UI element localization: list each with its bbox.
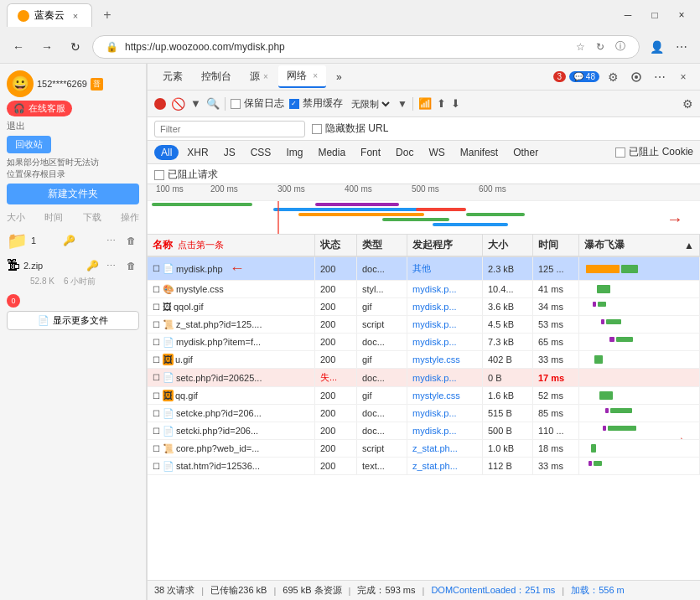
file-checkbox-4[interactable]: ☐ [153,338,160,347]
table-row-8[interactable]: ☐ 📄 setcke.php?id=206... 200 doc... mydi… [148,405,700,422]
tab-elements[interactable]: 元素 [154,66,191,87]
file-checkbox-3[interactable]: ☐ [153,320,160,329]
new-tab-button[interactable]: + [96,3,119,27]
file-checkbox-8[interactable]: ☐ [153,409,160,418]
table-row-11[interactable]: ☐ 📄 stat.htm?id=12536... 200 text... z_s… [148,458,700,475]
file-checkbox-10[interactable]: ☐ [153,444,160,453]
file-checkbox-7[interactable]: ☐ [153,391,160,401]
zip-delete-btn[interactable]: 🗑 [122,257,139,274]
network-settings-icon[interactable]: ⚙ [682,97,693,111]
network-table[interactable]: 名称 点击第一条 状态 类型 发起程序 大小 时间 瀑布飞瀑 ▲ [148,235,700,580]
filter-type-css[interactable]: CSS [244,145,278,160]
devtools-more-icon[interactable]: ⋯ [650,67,670,87]
th-type[interactable]: 类型 [357,235,407,256]
blocked-request-checkbox[interactable]: 已阻止请求 [154,168,218,182]
preserve-log-check[interactable] [231,99,241,109]
th-status[interactable]: 状态 [315,235,357,256]
file-checkbox-5[interactable]: ☐ [153,355,160,365]
minimize-button[interactable]: ─ [616,5,640,25]
tab-console[interactable]: 控制台 [193,66,240,87]
blocked-cookie-check[interactable] [615,147,625,158]
tab-more[interactable]: » [328,68,350,86]
table-row-5[interactable]: ☐ 🖼 u.gif 200 gif mystyle.css 402 B 33 m… [148,351,700,369]
hide-data-url-checkbox[interactable]: 隐藏数据 URL [312,122,388,136]
blocked-request-check[interactable] [154,170,164,180]
table-row-4[interactable]: ☐ 📄 mydisk.php?item=f... 200 doc... mydi… [148,334,700,351]
table-row-1[interactable]: ☐ 🎨 mystyle.css 200 styl... mydisk.p... … [148,281,700,298]
th-name[interactable]: 名称 点击第一条 [148,235,315,256]
table-row-0[interactable]: ☐ 📄 mydisk.php ← 200 doc... 其他 2.3 kB 12… [148,257,700,281]
recycle-bin-button[interactable]: 回收站 [7,136,51,153]
filter-type-doc[interactable]: Doc [389,145,420,160]
back-button[interactable]: ← [7,35,30,59]
filter-type-img[interactable]: Img [279,145,309,160]
browser-more-icon[interactable]: ⋯ [670,35,693,59]
file-checkbox-1[interactable]: ☐ [153,285,160,294]
folder-more-btn-1[interactable]: ⋯ [102,232,119,249]
file-checkbox-0[interactable]: ☐ [153,264,160,273]
download-icon[interactable]: ⬇ [451,97,460,110]
folder-item-1[interactable]: 📁 1 🔑 ⋯ 🗑 [7,227,139,254]
th-size[interactable]: 大小 [483,235,533,256]
maximize-button[interactable]: □ [643,5,666,25]
file-item-zip-row[interactable]: 🗜 2.zip 🔑 ⋯ 🗑 [7,257,139,274]
account-icon[interactable]: 👤 [645,35,668,59]
zip-more-btn[interactable]: ⋯ [102,257,119,274]
tab-network-close[interactable]: × [313,71,318,80]
online-service-button[interactable]: 🎧 在线客服 [7,101,72,116]
block-icon[interactable]: 🚫 [171,97,185,111]
upload-icon[interactable]: ⬆ [437,97,446,110]
forward-button[interactable]: → [35,35,59,59]
refresh-url-icon[interactable]: ↻ [592,39,609,55]
new-folder-button[interactable]: 新建文件夹 [7,184,139,204]
tab-network[interactable]: 网络 × [278,65,326,88]
filter-type-all[interactable]: All [154,145,179,160]
th-time[interactable]: 时间 [533,235,579,256]
tab-close-button[interactable]: × [70,10,81,22]
devtools-settings-icon[interactable]: ⚙ [603,67,623,87]
disable-cache-check[interactable]: ✓ [289,99,299,109]
record-button[interactable] [154,98,166,110]
filter-type-other[interactable]: Other [506,145,545,160]
filter-type-media[interactable]: Media [311,145,352,160]
file-checkbox-9[interactable]: ☐ [153,427,160,436]
url-bar[interactable]: 🔒 https://up.woozooo.com/mydisk.php ☆ ↻ … [92,35,640,59]
info-icon[interactable]: ⓘ [612,39,629,55]
table-row-7[interactable]: ☐ 🖼 qq.gif 200 gif mystyle.css 1.6 kB 52… [148,387,700,405]
file-checkbox-11[interactable]: ☐ [153,462,160,471]
file-checkbox-6[interactable]: ☐ [153,373,160,382]
preserve-log-checkbox[interactable]: 保留日志 [231,96,284,111]
filter-type-js[interactable]: JS [217,145,242,160]
table-row-6[interactable]: ☐ 📄 setc.php?id=20625... 失... doc... myd… [148,369,700,387]
filter-type-font[interactable]: Font [354,145,387,160]
star-icon[interactable]: ☆ [572,39,589,55]
hide-data-url-check[interactable] [312,124,322,134]
filter-input[interactable] [154,121,305,137]
close-button[interactable]: × [670,5,693,25]
table-row-9[interactable]: ☐ 📄 setcki.php?id=206... 200 doc... mydi… [148,422,700,440]
filter-type-xhr[interactable]: XHR [180,145,215,160]
reload-button[interactable]: ↻ [64,35,87,59]
show-more-files-button[interactable]: 📄 显示更多文件 [7,311,139,330]
table-row-3[interactable]: ☐ 📜 z_stat.php?id=125.... 200 script myd… [148,316,700,334]
th-initiator[interactable]: 发起程序 [407,235,483,256]
tab-sources-close[interactable]: × [263,72,268,81]
throttle-select[interactable]: 无限制 [348,98,392,110]
devtools-close-icon[interactable]: × [673,67,693,87]
search-icon[interactable]: 🔍 [206,97,220,110]
tab-sources[interactable]: 源 × [241,66,277,87]
filter-type-ws[interactable]: WS [422,145,451,160]
table-row-10[interactable]: ☐ 📜 core.php?web_id=... 200 script z_sta… [148,440,700,458]
th-waterfall[interactable]: 瀑布飞瀑 ▲ [579,235,700,256]
toolbar-separator-1 [225,97,226,111]
file-checkbox-2[interactable]: ☐ [153,303,160,312]
disable-cache-checkbox[interactable]: ✓ 禁用缓存 [289,96,343,111]
devtools-inspect-icon[interactable] [626,67,646,87]
active-tab[interactable]: 蓝奏云 × [7,3,92,27]
table-row-2[interactable]: ☐ 🖼 qqol.gif 200 gif mydisk.p... 3.6 kB … [148,298,700,316]
blocked-cookie-checkbox[interactable]: 已阻止 Cookie [615,145,693,159]
folder-delete-btn-1[interactable]: 🗑 [122,232,139,249]
logout-button[interactable]: 退出 [7,120,139,132]
filter-type-manifest[interactable]: Manifest [454,145,505,160]
filter-icon[interactable]: ▼ [190,97,201,110]
